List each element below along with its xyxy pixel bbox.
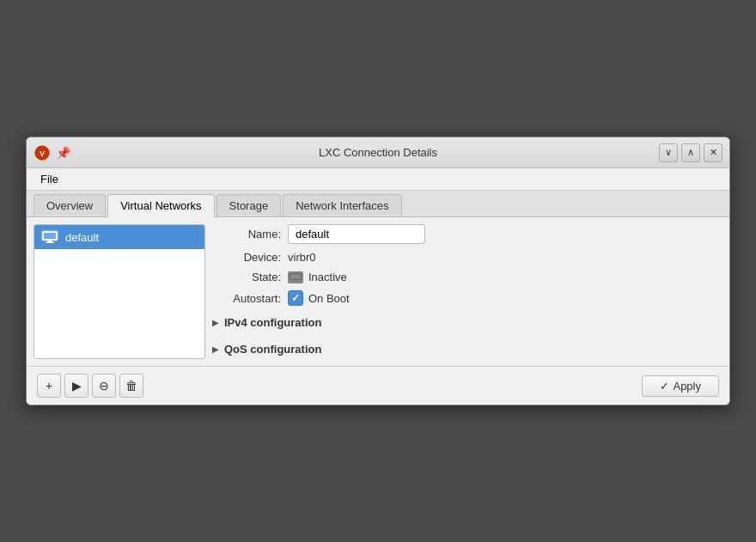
state-icon <box>288 271 303 283</box>
main-area: default Name: Device: virbr0 State: <box>27 217 729 366</box>
network-item-label: default <box>65 231 99 244</box>
window-title: LXC Connection Details <box>319 146 437 159</box>
start-button[interactable]: ▶ <box>64 374 88 398</box>
apply-label: Apply <box>673 380 701 393</box>
name-input[interactable] <box>288 224 425 244</box>
titlebar: V 📌 LXC Connection Details ∨ ∧ ✕ <box>27 137 729 168</box>
device-value: virbr0 <box>288 251 316 264</box>
network-icon <box>41 230 58 244</box>
state-row: State: Inactive <box>212 271 722 283</box>
tab-network-interfaces[interactable]: Network Interfaces <box>283 194 401 216</box>
autostart-value: On Boot <box>308 292 350 305</box>
app-icon: V <box>34 144 51 161</box>
ipv4-arrow-icon: ▶ <box>212 318 219 327</box>
ipv4-section[interactable]: ▶ IPv4 configuration <box>212 313 722 332</box>
qos-label: QoS configuration <box>224 343 321 356</box>
file-menu[interactable]: File <box>34 171 65 187</box>
svg-rect-3 <box>44 233 56 239</box>
tab-overview[interactable]: Overview <box>34 194 106 216</box>
name-label: Name: <box>212 228 281 241</box>
device-row: Device: virbr0 <box>212 251 722 264</box>
qos-section[interactable]: ▶ QoS configuration <box>212 339 722 359</box>
svg-rect-4 <box>47 241 52 242</box>
main-window: V 📌 LXC Connection Details ∨ ∧ ✕ File Ov… <box>26 137 730 405</box>
autostart-label: Autostart: <box>212 292 281 305</box>
autostart-row: Autostart: On Boot <box>212 290 722 306</box>
tab-virtual-networks[interactable]: Virtual Networks <box>107 194 214 217</box>
autostart-checkbox[interactable] <box>288 290 303 306</box>
maximize-button[interactable]: ∧ <box>681 143 700 162</box>
svg-rect-5 <box>46 242 54 243</box>
tab-storage[interactable]: Storage <box>216 194 282 216</box>
footer-left-buttons: + ▶ ⊖ 🗑 <box>37 374 143 398</box>
name-row: Name: <box>212 224 722 244</box>
state-indicator: Inactive <box>288 271 347 283</box>
pin-icon[interactable]: 📌 <box>56 146 70 160</box>
ipv4-label: IPv4 configuration <box>224 316 321 329</box>
tabs-bar: Overview Virtual Networks Storage Networ… <box>27 191 729 217</box>
close-button[interactable]: ✕ <box>704 143 722 162</box>
network-item-default[interactable]: default <box>34 225 204 249</box>
details-panel: Name: Device: virbr0 State: <box>212 224 722 359</box>
window-controls: ∨ ∧ ✕ <box>659 143 722 162</box>
delete-button[interactable]: 🗑 <box>119 374 143 398</box>
state-value: Inactive <box>308 271 347 283</box>
content-area: default Name: Device: virbr0 State: <box>27 217 729 366</box>
footer: + ▶ ⊖ 🗑 ✓ Apply <box>27 366 729 405</box>
add-button[interactable]: + <box>37 374 61 398</box>
autostart-indicator: On Boot <box>288 290 350 306</box>
network-list: default <box>34 224 205 359</box>
state-label: State: <box>212 271 281 283</box>
minimize-button[interactable]: ∨ <box>659 143 678 162</box>
menubar: File <box>27 168 729 191</box>
apply-button[interactable]: ✓ Apply <box>642 375 719 397</box>
svg-text:V: V <box>40 149 45 157</box>
apply-check-icon: ✓ <box>660 380 669 393</box>
svg-rect-7 <box>290 274 301 279</box>
device-label: Device: <box>212 251 281 264</box>
stop-button[interactable]: ⊖ <box>92 374 116 398</box>
qos-arrow-icon: ▶ <box>212 344 219 354</box>
